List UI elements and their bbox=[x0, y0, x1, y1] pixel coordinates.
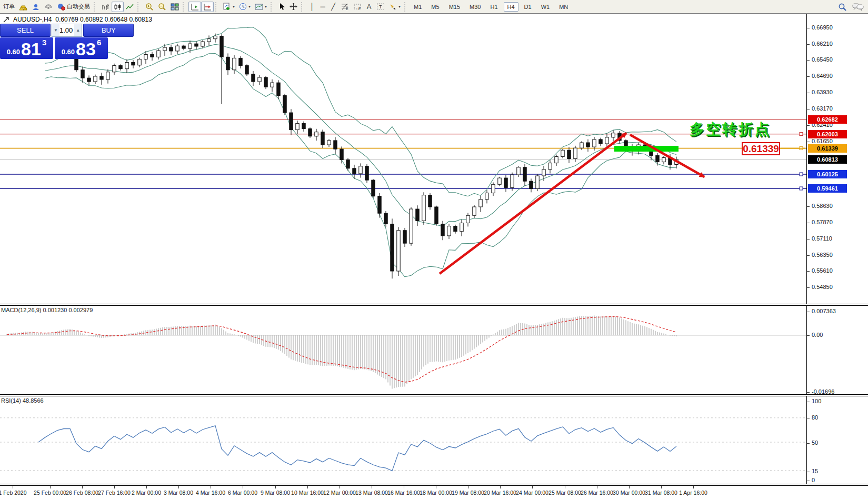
sell-button[interactable]: SELL bbox=[0, 24, 51, 37]
price-badge-0.62003: 0.62003 bbox=[808, 130, 847, 138]
time-axis-inner-line bbox=[0, 485, 868, 486]
community-user-button[interactable] bbox=[29, 2, 42, 12]
time-axis-tick bbox=[661, 486, 662, 488]
timeframe-m30-button[interactable]: M30 bbox=[466, 2, 484, 12]
templates-button[interactable]: ▾ bbox=[253, 2, 269, 12]
timeframe-m15-button[interactable]: M15 bbox=[445, 2, 464, 12]
chart-shift-button[interactable] bbox=[201, 2, 214, 12]
text-label-icon: T bbox=[376, 3, 385, 11]
templates-dropdown-caret[interactable]: ▾ bbox=[265, 5, 267, 9]
volume-increase-button[interactable]: ▲ bbox=[74, 24, 82, 36]
chat-icon[interactable] bbox=[852, 3, 864, 11]
time-axis-tick bbox=[146, 486, 147, 488]
rsi-pane-svg[interactable] bbox=[0, 396, 806, 484]
trendline-tool[interactable]: ╱ bbox=[328, 2, 338, 12]
auto-scroll-button[interactable] bbox=[188, 2, 201, 12]
price-axis-column[interactable]: 0.669500.662100.654500.646900.639300.631… bbox=[806, 14, 868, 485]
time-axis-tick bbox=[211, 486, 211, 488]
bar-chart-button[interactable] bbox=[99, 2, 112, 12]
macd-pane-svg[interactable] bbox=[0, 306, 806, 394]
zoom-out-button[interactable] bbox=[156, 2, 168, 12]
price-axis-tick-label: 0.56350 bbox=[812, 252, 833, 258]
vline-icon: │ bbox=[310, 3, 314, 10]
timeframe-mn-button[interactable]: MN bbox=[555, 2, 572, 12]
buy-price-big: 83 bbox=[76, 41, 96, 57]
channel-tool[interactable]: F bbox=[351, 2, 364, 12]
search-icon[interactable] bbox=[838, 3, 847, 12]
gold-ingot-icon[interactable] bbox=[17, 2, 29, 12]
cursor-tool-button[interactable] bbox=[276, 2, 287, 12]
price-axis-tick bbox=[807, 206, 810, 207]
new-order-button[interactable]: 订单 bbox=[1, 2, 17, 12]
timeframe-d1-button[interactable]: D1 bbox=[521, 2, 535, 12]
volume-value[interactable]: 1.00 bbox=[59, 24, 74, 36]
text-tool[interactable]: A bbox=[364, 2, 374, 12]
rsi-label: RSI(14) 48.8566 bbox=[1, 397, 44, 404]
indicators-dropdown-caret[interactable]: ▾ bbox=[233, 5, 235, 9]
timeframe-h1-button[interactable]: H1 bbox=[486, 2, 501, 12]
toolbar-grip bbox=[183, 2, 187, 12]
toolbar-grip bbox=[404, 2, 408, 12]
candlestick-chart-icon bbox=[114, 3, 122, 11]
timeframe-m5-button[interactable]: M5 bbox=[427, 2, 443, 12]
signal-button[interactable] bbox=[42, 2, 55, 12]
line-chart-button[interactable] bbox=[124, 2, 136, 12]
symbol-period-label: AUDUSD-,H4 bbox=[13, 16, 52, 23]
volume-decrease-button[interactable]: ▼ bbox=[52, 24, 59, 36]
timeframe-h4-button[interactable]: H4 bbox=[504, 2, 518, 12]
up-trend-arrow[interactable] bbox=[440, 133, 626, 274]
crosshair-tool-button[interactable] bbox=[287, 2, 300, 12]
indicators-button[interactable]: ▾ bbox=[221, 2, 237, 12]
buy-button[interactable]: BUY bbox=[83, 24, 134, 37]
time-axis[interactable]: 1 Feb 202025 Feb 00:0026 Feb 08:0027 Feb… bbox=[0, 484, 868, 499]
tile-windows-button[interactable] bbox=[168, 2, 181, 12]
cursor-icon bbox=[278, 3, 285, 11]
arrows-dropdown-caret[interactable]: ▾ bbox=[398, 5, 401, 9]
zoom-in-button[interactable] bbox=[143, 2, 156, 12]
down-trend-arrow[interactable] bbox=[630, 135, 704, 177]
time-axis-tick bbox=[178, 486, 179, 488]
horizontal-line-tool[interactable]: ─ bbox=[317, 2, 328, 12]
time-axis-tick bbox=[500, 486, 501, 488]
timeframe-m1-button[interactable]: M1 bbox=[410, 2, 425, 12]
turning-point-annotation[interactable]: 多空转折点 bbox=[690, 119, 771, 139]
fibonacci-tool[interactable]: E bbox=[338, 2, 351, 12]
trendline-icon: ╱ bbox=[331, 3, 335, 10]
macd-label: MACD(12,26,9) 0.001230 0.002979 bbox=[1, 307, 93, 313]
rsi-axis-label: 0 bbox=[812, 477, 815, 483]
sell-price-display[interactable]: 0.60 81 3 bbox=[0, 37, 53, 59]
price-badge-0.60125: 0.60125 bbox=[808, 170, 847, 178]
vertical-line-tool[interactable]: │ bbox=[307, 2, 317, 12]
main-chart-svg[interactable] bbox=[0, 14, 806, 304]
pane-separator[interactable] bbox=[0, 304, 868, 306]
buy-price-display[interactable]: 0.60 83 6 bbox=[55, 37, 108, 59]
price-badge-0.61339: 0.61339 bbox=[808, 144, 847, 153]
autotrade-button[interactable]: 自动交易 bbox=[55, 2, 92, 12]
level-handle[interactable] bbox=[800, 173, 803, 176]
buy-price-sup: 6 bbox=[97, 38, 101, 46]
periods-button[interactable]: ▾ bbox=[237, 2, 253, 12]
price-callout-box[interactable]: 0.61339 bbox=[742, 142, 780, 155]
volume-stepper[interactable]: ▼ 1.00 ▲ bbox=[52, 24, 82, 37]
candlestick-chart-button[interactable] bbox=[112, 2, 124, 12]
ohlc-values: 0.60769 0.60892 0.60648 0.60813 bbox=[55, 16, 152, 23]
rsi-axis-tick bbox=[807, 443, 810, 444]
text-label-tool[interactable]: T bbox=[374, 2, 387, 12]
price-axis-tick-label: 0.65450 bbox=[812, 56, 833, 63]
price-axis-tick-label: 0.63930 bbox=[812, 89, 833, 95]
toolbar-grip bbox=[215, 2, 220, 12]
gold-ingot-icon bbox=[19, 3, 27, 11]
price-axis-tick bbox=[807, 142, 810, 142]
highlight-bar[interactable] bbox=[614, 146, 679, 152]
rsi-axis-label: 100 bbox=[812, 398, 821, 404]
timeframe-w1-button[interactable]: W1 bbox=[537, 2, 554, 12]
level-handle[interactable] bbox=[800, 187, 803, 190]
arrows-tool[interactable]: ▾ bbox=[387, 2, 403, 12]
time-axis-tick bbox=[436, 486, 436, 488]
periods-dropdown-caret[interactable]: ▾ bbox=[248, 5, 251, 9]
level-handle[interactable] bbox=[800, 133, 803, 136]
time-axis-tick bbox=[468, 486, 468, 488]
toolbar-grip bbox=[271, 2, 275, 12]
pane-separator[interactable] bbox=[0, 394, 868, 396]
fibonacci-icon: E bbox=[341, 3, 349, 11]
